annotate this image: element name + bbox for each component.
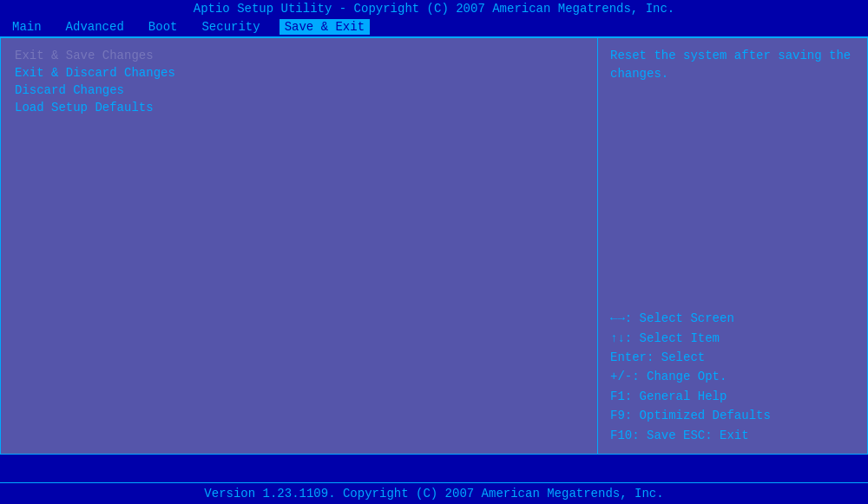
- key-select-item: ↑↓: Select Item: [610, 329, 855, 348]
- key-enter: Enter: Select: [610, 348, 855, 367]
- menu-discard-changes[interactable]: Discard Changes: [15, 82, 583, 99]
- menu-exit-save[interactable]: Exit & Save Changes: [15, 47, 583, 64]
- key-f10-esc: F10: Save ESC: Exit: [610, 426, 855, 445]
- nav-main[interactable]: Main: [7, 19, 47, 35]
- left-panel: Exit & Save Changes Exit & Discard Chang…: [1, 38, 598, 454]
- right-panel: Reset the system after saving the change…: [598, 38, 867, 454]
- key-f1: F1: General Help: [610, 387, 855, 406]
- title-text: Aptio Setup Utility - Copyright (C) 2007…: [194, 2, 675, 16]
- nav-advanced[interactable]: Advanced: [61, 19, 129, 35]
- menu-load-defaults[interactable]: Load Setup Defaults: [15, 99, 583, 116]
- title-bar: Aptio Setup Utility - Copyright (C) 2007…: [0, 0, 868, 17]
- nav-bar: Main Advanced Boot Security Save & Exit: [0, 17, 868, 37]
- main-content: Exit & Save Changes Exit & Discard Chang…: [0, 37, 868, 455]
- nav-boot[interactable]: Boot: [143, 19, 183, 35]
- footer: Version 1.23.1109. Copyright (C) 2007 Am…: [0, 482, 868, 504]
- key-legend: ←→: Select Screen ↑↓: Select Item Enter:…: [610, 309, 855, 445]
- key-select-screen: ←→: Select Screen: [610, 309, 855, 328]
- key-change-opt: +/-: Change Opt.: [610, 367, 855, 386]
- footer-text: Version 1.23.1109. Copyright (C) 2007 Am…: [204, 487, 663, 501]
- key-f9: F9: Optimized Defaults: [610, 406, 855, 425]
- nav-save-exit[interactable]: Save & Exit: [279, 19, 370, 35]
- menu-exit-discard[interactable]: Exit & Discard Changes: [15, 64, 583, 82]
- help-text: Reset the system after saving the change…: [610, 47, 855, 83]
- nav-security[interactable]: Security: [196, 19, 265, 35]
